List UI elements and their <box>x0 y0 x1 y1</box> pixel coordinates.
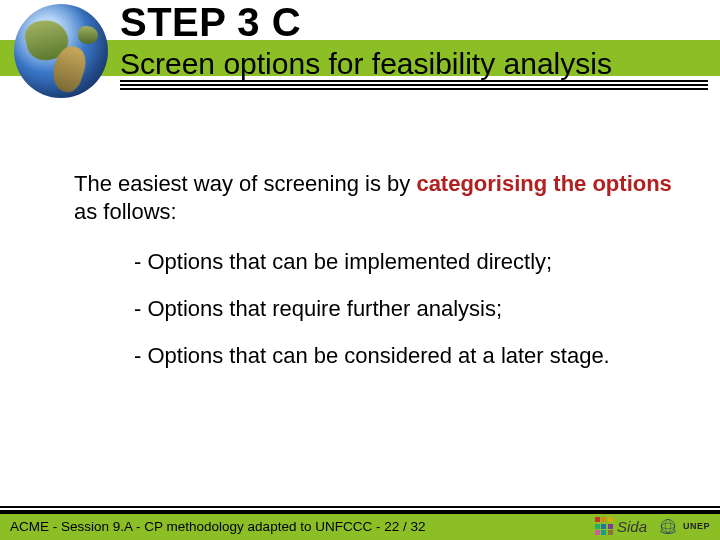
svg-point-2 <box>665 519 671 532</box>
title-block: STEP 3 C Screen options for feasibility … <box>120 0 710 80</box>
intro-lead: The easiest way of screening is by <box>74 171 416 196</box>
sida-label: Sida <box>617 518 647 535</box>
intro-tail: as follows: <box>74 199 177 224</box>
bullet-list: - Options that can be implemented direct… <box>134 248 680 370</box>
footer-logos: Sida UNEP <box>595 515 710 537</box>
slide-subtitle: Screen options for feasibility analysis <box>120 42 710 80</box>
sida-logo: Sida <box>595 517 647 535</box>
title-underline <box>120 80 708 90</box>
list-item: - Options that can be considered at a la… <box>134 342 680 371</box>
svg-point-0 <box>661 519 674 532</box>
intro-emphasis: categorising the options <box>416 171 671 196</box>
sida-grid-icon <box>595 517 613 535</box>
list-item: - Options that require further analysis; <box>134 295 680 324</box>
earth-globe-icon <box>14 4 108 98</box>
unep-emblem-icon <box>657 515 679 537</box>
intro-paragraph: The easiest way of screening is by categ… <box>74 170 680 226</box>
step-label: STEP 3 C <box>120 0 710 42</box>
unep-label: UNEP <box>683 521 710 531</box>
slide-header: STEP 3 C Screen options for feasibility … <box>0 0 720 105</box>
svg-point-1 <box>661 523 674 529</box>
footer-text: ACME - Session 9.A - CP methodology adap… <box>10 519 425 534</box>
list-item: - Options that can be implemented direct… <box>134 248 680 277</box>
slide-body: The easiest way of screening is by categ… <box>74 170 680 388</box>
slide-footer: ACME - Session 9.A - CP methodology adap… <box>0 512 720 540</box>
unep-logo: UNEP <box>657 515 710 537</box>
